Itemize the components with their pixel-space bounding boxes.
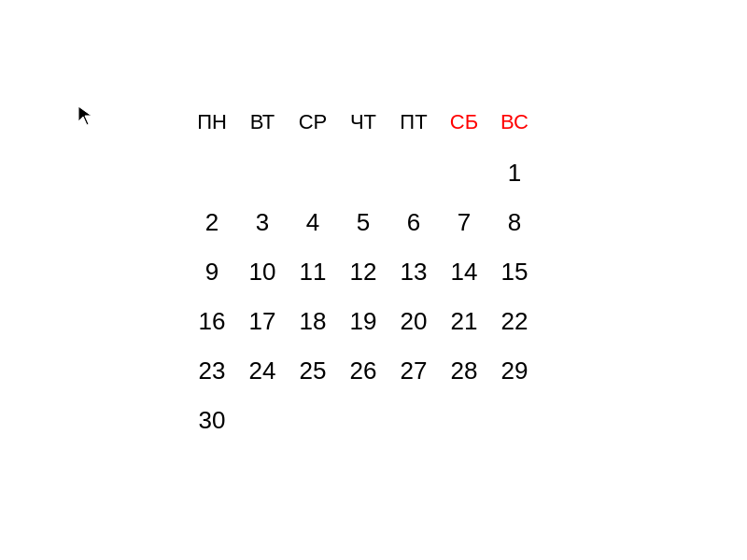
day-cell-9[interactable]: 9 [187, 250, 237, 294]
day-cell-8[interactable]: 8 [489, 201, 540, 245]
day-cell-16[interactable]: 16 [187, 300, 237, 343]
day-cell-empty [338, 399, 388, 442]
day-cell-17[interactable]: 17 [237, 300, 288, 343]
day-cell-empty [439, 399, 489, 442]
day-cell-20[interactable]: 20 [388, 300, 439, 343]
header-cell-ЧТ: ЧТ [338, 103, 388, 142]
day-cell-23[interactable]: 23 [187, 349, 237, 393]
calendar: ПНВТСРЧТПТСБВС 1234567891011121314151617… [187, 103, 540, 442]
day-cell-empty [187, 151, 237, 195]
day-cell-6[interactable]: 6 [388, 201, 439, 245]
day-cell-21[interactable]: 21 [439, 300, 489, 343]
day-cell-15[interactable]: 15 [489, 250, 540, 294]
day-cell-2[interactable]: 2 [187, 201, 237, 245]
day-cell-14[interactable]: 14 [439, 250, 489, 294]
day-cell-empty [288, 399, 338, 442]
day-cell-1[interactable]: 1 [489, 151, 540, 195]
header-cell-ПТ: ПТ [388, 103, 439, 142]
header-cell-СР: СР [288, 103, 338, 142]
day-cell-3[interactable]: 3 [237, 201, 288, 245]
day-cell-27[interactable]: 27 [388, 349, 439, 393]
day-cell-12[interactable]: 12 [338, 250, 388, 294]
day-cell-13[interactable]: 13 [388, 250, 439, 294]
day-cell-empty [489, 399, 540, 442]
calendar-grid: 1234567891011121314151617181920212223242… [187, 151, 540, 442]
calendar-header: ПНВТСРЧТПТСБВС [187, 103, 540, 142]
day-cell-26[interactable]: 26 [338, 349, 388, 393]
header-cell-СБ: СБ [439, 103, 489, 142]
day-cell-10[interactable]: 10 [237, 250, 288, 294]
day-cell-empty [288, 151, 338, 195]
day-cell-30[interactable]: 30 [187, 399, 237, 442]
day-cell-5[interactable]: 5 [338, 201, 388, 245]
day-cell-29[interactable]: 29 [489, 349, 540, 393]
header-cell-ВС: ВС [489, 103, 540, 142]
day-cell-18[interactable]: 18 [288, 300, 338, 343]
day-cell-4[interactable]: 4 [288, 201, 338, 245]
day-cell-24[interactable]: 24 [237, 349, 288, 393]
day-cell-empty [237, 399, 288, 442]
day-cell-28[interactable]: 28 [439, 349, 489, 393]
day-cell-empty [237, 151, 288, 195]
day-cell-19[interactable]: 19 [338, 300, 388, 343]
day-cell-empty [388, 151, 439, 195]
day-cell-7[interactable]: 7 [439, 201, 489, 245]
day-cell-empty [338, 151, 388, 195]
day-cell-22[interactable]: 22 [489, 300, 540, 343]
day-cell-empty [388, 399, 439, 442]
header-cell-ПН: ПН [187, 103, 237, 142]
day-cell-25[interactable]: 25 [288, 349, 338, 393]
header-cell-ВТ: ВТ [237, 103, 288, 142]
day-cell-11[interactable]: 11 [288, 250, 338, 294]
day-cell-empty [439, 151, 489, 195]
